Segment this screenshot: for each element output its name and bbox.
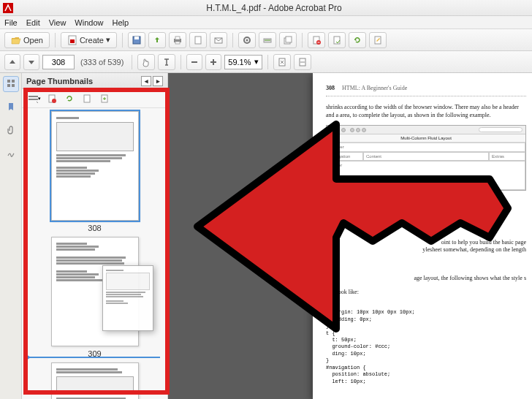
page-count-label: (333 of 539)	[80, 58, 123, 66]
doc-paragraph: shrinks according to the width of the br…	[326, 104, 526, 120]
thumb-extract-button[interactable]	[80, 92, 94, 105]
doc-browser-title: Multi-Column Fluid Layout	[327, 134, 525, 142]
svg-point-11	[246, 39, 248, 41]
separator	[232, 33, 233, 48]
printer-icon	[172, 35, 183, 45]
separator	[302, 33, 303, 48]
rotate-page-button[interactable]	[349, 32, 366, 48]
rotate-icon	[352, 35, 362, 45]
thumb-rotate-button[interactable]	[63, 92, 76, 105]
share-button[interactable]	[148, 32, 166, 48]
signature-icon	[6, 148, 16, 160]
thumbnail-item[interactable]: 310	[28, 362, 162, 399]
next-page-button[interactable]	[23, 54, 39, 70]
chevron-down-icon: ▾	[106, 35, 110, 45]
panel-collapse-right-button[interactable]: ▸	[153, 76, 163, 86]
separator	[55, 33, 56, 48]
extract-page-button[interactable]	[328, 32, 346, 48]
thumbnail-item[interactable]: 308	[28, 111, 162, 232]
side-rail	[0, 73, 22, 399]
menu-view[interactable]: View	[49, 18, 66, 27]
attachments-rail-button[interactable]	[3, 123, 19, 139]
page-delete-icon	[311, 35, 322, 45]
nav-toolbar: (333 of 539) 59.1% ▾	[0, 51, 532, 73]
settings-button[interactable]	[238, 32, 256, 48]
thumb-insert-button[interactable]	[98, 92, 111, 105]
svg-rect-14	[286, 37, 292, 42]
menu-help[interactable]: Help	[112, 18, 129, 27]
gear-icon	[242, 35, 252, 45]
menu-bar: File Edit View Window Help	[0, 16, 532, 29]
thumbnails-list[interactable]: 308 309 310	[22, 108, 167, 399]
menu-window[interactable]: Window	[75, 18, 103, 27]
zoom-in-button[interactable]	[205, 54, 221, 70]
edit-page-button[interactable]	[369, 32, 387, 48]
svg-rect-2	[70, 39, 75, 43]
doc-paragraph: ylesheet somewhat, depending on the leng…	[422, 246, 526, 253]
combine-button[interactable]	[279, 32, 297, 48]
menu-file[interactable]: File	[4, 18, 18, 27]
minus-icon	[190, 58, 199, 66]
signatures-rail-button[interactable]	[3, 146, 19, 162]
document-area[interactable]: 308 HTML: A Beginner's Guide shrinks acc…	[168, 73, 532, 399]
zoom-dropdown[interactable]: 59.1% ▾	[224, 55, 262, 69]
svg-rect-8	[195, 37, 201, 44]
bookmark-icon	[6, 102, 16, 113]
doc-paragraph: age layout, the following shows what the…	[326, 275, 526, 283]
arrow-down-icon	[27, 58, 36, 66]
hand-tool-button[interactable]	[137, 54, 155, 70]
svg-rect-21	[7, 80, 10, 83]
window-title: H.T.M.L_4.pdf - Adobe Acrobat Pro	[16, 3, 532, 13]
drag-ghost-thumbnail	[102, 265, 153, 331]
open-label: Open	[23, 36, 43, 45]
hand-icon	[141, 57, 151, 67]
create-button[interactable]: Create ▾	[61, 32, 117, 48]
select-tool-button[interactable]	[158, 54, 175, 70]
options-menu-button[interactable]: ▾	[28, 92, 41, 105]
fit-page-button[interactable]	[273, 54, 291, 70]
svg-rect-4	[134, 37, 139, 39]
bookmarks-rail-button[interactable]	[3, 99, 19, 115]
floppy-icon	[132, 35, 142, 45]
svg-rect-25	[28, 96, 38, 97]
separator	[180, 55, 181, 69]
menu-edit[interactable]: Edit	[26, 18, 40, 27]
doc-paragraph: oint to help you build the basic page	[441, 239, 526, 246]
zoom-out-button[interactable]	[186, 54, 202, 70]
thumbnails-rail-button[interactable]	[3, 76, 19, 92]
thumb-delete-button[interactable]	[45, 92, 58, 105]
thumbnail-page[interactable]	[51, 362, 139, 399]
document-button[interactable]	[189, 32, 207, 48]
title-bar: H.T.M.L_4.pdf - Adobe Acrobat Pro	[0, 0, 532, 16]
create-label: Create	[80, 36, 104, 45]
thumbnails-toolbar: ▾	[22, 89, 167, 108]
text-select-icon	[162, 57, 172, 67]
folder-open-icon	[11, 36, 21, 45]
edit-icon	[373, 35, 383, 45]
prev-page-button[interactable]	[4, 54, 20, 70]
page-number-input[interactable]	[42, 55, 75, 69]
fit-width-button[interactable]	[294, 54, 311, 70]
fit-page-icon	[277, 57, 287, 67]
thumbnails-header: Page Thumbnails ◂ ▸	[22, 73, 167, 89]
fit-width-icon	[297, 57, 308, 67]
svg-rect-26	[28, 99, 38, 100]
scan-button[interactable]	[259, 32, 276, 48]
doc-page-title: HTML: A Beginner's Guide	[342, 85, 407, 91]
print-button[interactable]	[169, 32, 186, 48]
open-button[interactable]: Open	[4, 32, 50, 48]
main-toolbar: Open Create ▾	[0, 29, 532, 51]
panel-collapse-left-button[interactable]: ◂	[141, 76, 151, 86]
delete-page-button[interactable]	[308, 32, 325, 48]
save-button[interactable]	[128, 32, 145, 48]
plus-icon	[209, 58, 218, 66]
thumbnail-page[interactable]	[51, 111, 139, 221]
paperclip-icon	[6, 125, 16, 137]
drop-indicator	[29, 357, 160, 358]
svg-rect-24	[12, 84, 15, 87]
arrow-up-icon	[8, 58, 17, 66]
thumbnails-icon	[6, 78, 16, 90]
document-page: 308 HTML: A Beginner's Guide shrinks acc…	[313, 73, 532, 399]
email-button[interactable]	[210, 32, 227, 48]
doc-code-block: { margin: 10px 10px 0px 10px; padding: 0…	[326, 303, 526, 385]
